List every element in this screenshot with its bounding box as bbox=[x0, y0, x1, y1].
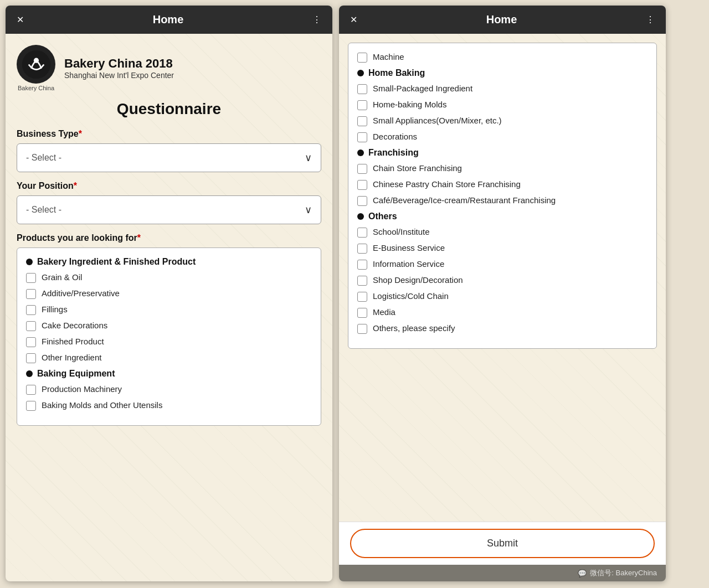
menu-icon-right[interactable]: ⋮ bbox=[646, 14, 655, 25]
category-baking-equipment: Baking Equipment bbox=[26, 369, 312, 379]
checkbox[interactable] bbox=[357, 196, 367, 206]
checkbox-school[interactable]: School/Institute bbox=[357, 227, 648, 238]
event-title: Bakery China 2018 bbox=[64, 56, 174, 71]
app-title-right: Home bbox=[486, 13, 517, 26]
checkbox[interactable] bbox=[357, 164, 367, 174]
products-box: Bakery Ingredient & Finished Product Gra… bbox=[17, 247, 321, 426]
category-franchising: Franchising bbox=[357, 148, 648, 158]
checkbox-small-packaged[interactable]: Small-Packaged Ingredient bbox=[357, 84, 648, 94]
checkbox[interactable] bbox=[357, 244, 367, 254]
checkbox[interactable] bbox=[26, 273, 36, 283]
checkbox[interactable] bbox=[357, 292, 367, 302]
chevron-down-icon-2: ∨ bbox=[305, 204, 312, 216]
category-dot bbox=[26, 259, 33, 265]
position-section: Your Position* - Select - ∨ bbox=[17, 181, 321, 224]
close-icon-left[interactable]: ✕ bbox=[17, 14, 24, 25]
checkbox-information-service[interactable]: Information Service bbox=[357, 259, 648, 270]
checkbox-cake-decorations[interactable]: Cake Decorations bbox=[26, 321, 312, 331]
event-subtitle: Shanghai New Int'l Expo Center bbox=[64, 71, 174, 80]
close-icon-right[interactable]: ✕ bbox=[350, 14, 357, 25]
checkbox[interactable] bbox=[357, 180, 367, 190]
wechat-label: 微信号: BakeryChina bbox=[590, 568, 657, 578]
position-required: * bbox=[74, 181, 77, 190]
checkbox-chinese-pastry[interactable]: Chinese Pastry Chain Store Franchising bbox=[357, 179, 648, 190]
checkbox-logistics[interactable]: Logistics/Cold Chain bbox=[357, 291, 648, 302]
questionnaire-title: Questionnaire bbox=[17, 100, 321, 118]
logo-label: Bakery China bbox=[18, 85, 54, 91]
checkbox-media[interactable]: Media bbox=[357, 307, 648, 318]
checkbox[interactable] bbox=[357, 308, 367, 318]
checkbox-additive[interactable]: Additive/Preservative bbox=[26, 288, 312, 299]
left-content: Bakery China Bakery China 2018 Shanghai … bbox=[6, 34, 332, 581]
checkbox-finished-product[interactable]: Finished Product bbox=[26, 337, 312, 347]
checkbox-other-ingredient[interactable]: Other Ingredient bbox=[26, 353, 312, 363]
logo-wrapper: Bakery China bbox=[17, 45, 55, 91]
checkbox[interactable] bbox=[26, 337, 36, 347]
checkbox-e-business[interactable]: E-Business Service bbox=[357, 243, 648, 254]
business-type-placeholder: - Select - bbox=[26, 153, 61, 163]
left-panel: ✕ Home ⋮ bbox=[6, 6, 332, 581]
menu-icon-left[interactable]: ⋮ bbox=[312, 14, 321, 25]
checkbox-machine[interactable]: Machine bbox=[357, 52, 648, 63]
checkbox-grain-oil[interactable]: Grain & Oil bbox=[26, 272, 312, 283]
checkbox-baking-molds[interactable]: Baking Molds and Other Utensils bbox=[26, 400, 312, 411]
business-type-section: Business Type* - Select - ∨ bbox=[17, 129, 321, 172]
business-type-label: Business Type* bbox=[17, 129, 321, 139]
checkbox-cafe-franchising[interactable]: Café/Beverage/Ice-cream/Restaurant Franc… bbox=[357, 195, 648, 206]
checkbox[interactable] bbox=[357, 276, 367, 286]
position-placeholder: - Select - bbox=[26, 205, 61, 215]
checkbox[interactable] bbox=[26, 305, 36, 315]
checkbox[interactable] bbox=[357, 132, 367, 142]
top-bar-right: ✕ Home ⋮ bbox=[339, 6, 666, 34]
right-panel: ✕ Home ⋮ Machine Home Baking Sm bbox=[339, 6, 666, 581]
checkbox-shop-design[interactable]: Shop Design/Decoration bbox=[357, 275, 648, 286]
submit-button[interactable]: Submit bbox=[350, 529, 655, 558]
business-type-required: * bbox=[79, 129, 82, 138]
business-type-dropdown[interactable]: - Select - ∨ bbox=[17, 143, 321, 172]
checkbox[interactable] bbox=[26, 401, 36, 411]
wechat-bar: 💬 微信号: BakeryChina bbox=[339, 565, 666, 581]
checkbox-home-baking-molds[interactable]: Home-baking Molds bbox=[357, 100, 648, 110]
checkbox[interactable] bbox=[357, 260, 367, 270]
checkbox-small-appliances[interactable]: Small Appliances(Oven/Mixer, etc.) bbox=[357, 116, 648, 126]
checkbox-others-specify[interactable]: Others, please specify bbox=[357, 323, 648, 334]
category-bakery-ingredient: Bakery Ingredient & Finished Product bbox=[26, 257, 312, 267]
right-content: Machine Home Baking Small-Packaged Ingre… bbox=[339, 34, 666, 522]
position-label: Your Position* bbox=[17, 181, 321, 191]
right-products-box: Machine Home Baking Small-Packaged Ingre… bbox=[348, 43, 657, 349]
logo-circle bbox=[17, 45, 55, 84]
checkbox[interactable] bbox=[357, 324, 367, 334]
category-dot-2 bbox=[26, 370, 33, 377]
checkbox-production-machinery[interactable]: Production Machinery bbox=[26, 384, 312, 395]
checkbox[interactable] bbox=[26, 353, 36, 363]
checkbox-fillings[interactable]: Fillings bbox=[26, 305, 312, 315]
submit-bar: Submit bbox=[339, 522, 666, 565]
category-dot-4 bbox=[357, 149, 364, 156]
svg-point-0 bbox=[22, 50, 50, 78]
checkbox[interactable] bbox=[357, 228, 367, 238]
app-title-left: Home bbox=[153, 13, 184, 26]
products-section: Products you are looking for* Bakery Ing… bbox=[17, 233, 321, 426]
checkbox-chain-store[interactable]: Chain Store Franchising bbox=[357, 163, 648, 174]
checkbox[interactable] bbox=[357, 84, 367, 94]
category-dot-5 bbox=[357, 213, 364, 220]
checkbox[interactable] bbox=[357, 53, 367, 63]
wechat-icon: 💬 bbox=[578, 569, 587, 577]
products-label: Products you are looking for* bbox=[17, 233, 321, 243]
header-text: Bakery China 2018 Shanghai New Int'l Exp… bbox=[64, 56, 174, 80]
checkbox[interactable] bbox=[357, 100, 367, 110]
header-section: Bakery China Bakery China 2018 Shanghai … bbox=[17, 45, 321, 91]
checkbox[interactable] bbox=[26, 289, 36, 299]
checkbox[interactable] bbox=[26, 385, 36, 395]
category-others: Others bbox=[357, 212, 648, 221]
svg-point-1 bbox=[33, 58, 38, 63]
products-required: * bbox=[137, 233, 141, 243]
checkbox[interactable] bbox=[357, 116, 367, 126]
checkbox[interactable] bbox=[26, 321, 36, 331]
position-dropdown[interactable]: - Select - ∨ bbox=[17, 195, 321, 224]
category-dot-3 bbox=[357, 70, 364, 76]
top-bar-left: ✕ Home ⋮ bbox=[6, 6, 332, 34]
category-home-baking: Home Baking bbox=[357, 68, 648, 78]
chevron-down-icon: ∨ bbox=[305, 152, 312, 164]
checkbox-decorations[interactable]: Decorations bbox=[357, 132, 648, 142]
